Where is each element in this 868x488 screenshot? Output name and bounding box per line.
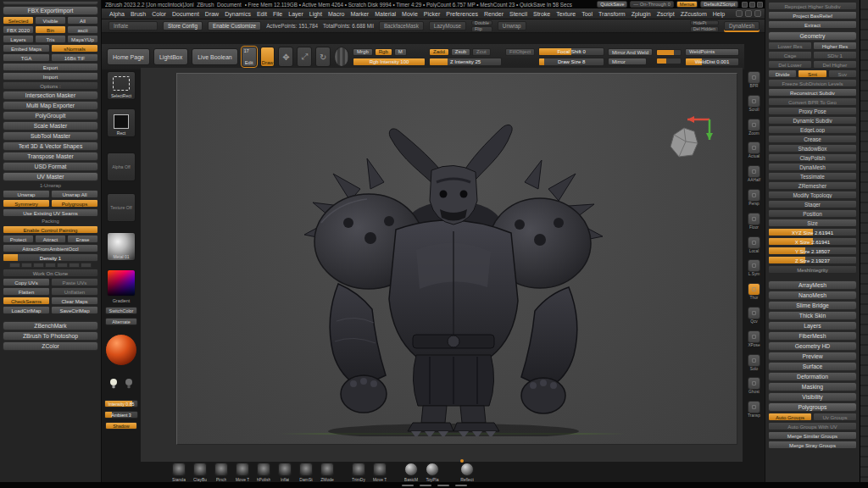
zplugin-button-tga[interactable]: TGA xyxy=(3,53,50,62)
tool-sub-stager[interactable]: Stager xyxy=(768,200,857,208)
zplugin-section-uv-master[interactable]: UV Master xyxy=(3,172,98,181)
zplugin-button-ascii[interactable]: ascii xyxy=(67,25,98,34)
bottom-pinch-brush[interactable]: Pinch xyxy=(212,463,231,482)
color-swatch-icon[interactable] xyxy=(736,10,743,17)
zplugin-button-erase[interactable]: Erase xyxy=(67,235,98,243)
zplugin-section-text-3d-vector-shapes[interactable]: Text 3D & Vector Shapes xyxy=(3,141,98,151)
right-shelf-persp[interactable]: Persp xyxy=(748,189,760,207)
zplugin-section-zbrush-to-photoshop[interactable]: ZBrush To Photoshop xyxy=(3,331,98,341)
scale-button[interactable]: ⤢ xyxy=(297,47,312,67)
draw-size-slider[interactable]: Draw Size 8 xyxy=(538,58,604,66)
density-preset-button[interactable] xyxy=(21,263,32,268)
zplugin-button-work-on-clone[interactable]: Work On Clone xyxy=(3,269,98,277)
bottom-hpolish-brush[interactable]: hPolish xyxy=(254,463,273,482)
menu-marker[interactable]: Marker xyxy=(348,10,371,18)
zplugin-button-unwrap[interactable]: Unwrap xyxy=(3,190,50,198)
axis-slider[interactable] xyxy=(656,49,682,56)
orientation-gizmo[interactable] xyxy=(667,111,713,162)
menu-transform[interactable]: Transform xyxy=(596,10,628,18)
tool-button-divide[interactable]: Divide xyxy=(768,69,797,78)
zplugin-section-fbx-exportimport[interactable]: FBX ExportImport xyxy=(3,6,98,15)
current-alpha-selector[interactable]: Alpha Off xyxy=(107,152,136,181)
tool-button-auto-groups[interactable]: Auto Groups xyxy=(768,413,812,421)
zplugin-button-options[interactable]: Options : xyxy=(3,81,98,90)
bottom-inflat-brush[interactable]: Inflat xyxy=(275,463,294,482)
cut-off-section-header[interactable] xyxy=(3,1,98,5)
density-preset-button[interactable] xyxy=(45,263,56,268)
tool-button-lower-res[interactable]: Lower Res xyxy=(768,42,812,50)
m-button[interactable]: M xyxy=(394,48,407,56)
rotate-button[interactable]: ↻ xyxy=(315,47,331,67)
menu-stencil[interactable]: Stencil xyxy=(507,10,530,18)
live-boolean-button[interactable]: Live Boolean xyxy=(192,48,237,65)
tool-sub-edgeloop[interactable]: EdgeLoop xyxy=(768,125,857,134)
ui-config-icon[interactable] xyxy=(754,10,761,17)
tool-button-del-lower[interactable]: Del Lower xyxy=(768,60,812,69)
zplugin-button-protect[interactable]: Protect xyxy=(3,235,34,243)
zplugin-button-copy-uvs[interactable]: Copy UVs xyxy=(3,278,50,286)
zplugin-button-paste-uvs[interactable]: Paste UVs xyxy=(51,278,98,286)
layout-grid-icon[interactable] xyxy=(742,2,748,8)
sculpted-demon-model[interactable] xyxy=(296,121,611,436)
mirror-and-weld-button[interactable]: Mirror And Weld xyxy=(608,48,653,56)
doc-layout-icon[interactable] xyxy=(745,10,752,17)
tool-section-layers[interactable]: Layers xyxy=(768,321,857,330)
geometry-section-header[interactable]: Geometry xyxy=(768,31,857,41)
tool-button-extract[interactable]: Extract xyxy=(768,20,857,29)
menu-help[interactable]: Help xyxy=(710,10,727,18)
light-intensity-slider[interactable]: Intensity 0.85 xyxy=(104,400,138,408)
zplugin-section-intersection-masker[interactable]: Intersection Masker xyxy=(3,91,98,100)
tool-sub-modify-topology[interactable]: Modify Topology xyxy=(768,191,857,199)
tool-section-preview[interactable]: Preview xyxy=(768,352,857,361)
tool-button-auto-groups-with-uv[interactable]: Auto Groups With UV xyxy=(768,422,857,430)
fill-object-button[interactable]: FillObject xyxy=(505,48,535,56)
menu-stroke[interactable]: Stroke xyxy=(531,10,553,18)
flip-button[interactable]: Flip xyxy=(471,26,492,32)
tool-sub-crease[interactable]: Crease xyxy=(768,135,857,143)
screen-split-icon[interactable] xyxy=(749,2,755,8)
axis-slider[interactable] xyxy=(656,58,682,64)
zplugin-button-checkseams[interactable]: CheckSeams xyxy=(3,297,50,305)
zplugin-button-use-existing-uv-seams[interactable]: Use Existing UV Seams xyxy=(3,208,98,217)
zsub-button[interactable]: Zsub xyxy=(451,48,470,56)
current-brush-selector[interactable]: SelectRect xyxy=(107,71,136,100)
tool-button-merge-similar-groups[interactable]: Merge Similar Groups xyxy=(768,431,857,440)
menu-render[interactable]: Render xyxy=(481,10,506,18)
zplugin-section-usd-format[interactable]: USD Format xyxy=(3,162,98,171)
zplugin-button-snormals[interactable]: sNormals xyxy=(51,44,98,53)
tool-button-suv[interactable]: Suv xyxy=(828,69,857,78)
bottom-zmode-brush[interactable]: ZMode xyxy=(318,463,337,482)
bottom-reflect-material[interactable]: Reflect xyxy=(458,463,476,482)
zplugin-section-zbenchmark[interactable]: ZBenchMark xyxy=(3,321,98,330)
menu-picker[interactable]: Picker xyxy=(421,10,442,18)
menu-dynamics[interactable]: Dynamics xyxy=(222,10,253,18)
backface-mask-button[interactable]: BackfaceMask xyxy=(379,21,424,30)
tool-button-smt[interactable]: Smt xyxy=(798,69,826,78)
menu-color[interactable]: Color xyxy=(149,10,169,18)
zplugin-button-polygroups[interactable]: Polygroups xyxy=(51,199,98,208)
tool-sub-zremesher[interactable]: ZRemesher xyxy=(768,181,857,190)
color-picker[interactable] xyxy=(107,269,136,297)
tool-sub-tessimate[interactable]: Tessimate xyxy=(768,172,857,180)
dynamesh-button[interactable]: DynaMesh xyxy=(724,21,760,30)
del-hidden-button[interactable]: Del Hidden xyxy=(690,26,719,32)
menu-light[interactable]: Light xyxy=(307,10,325,18)
zplugin-section-transpose-master[interactable]: Transpose Master xyxy=(3,152,98,161)
right-shelf-aahalf[interactable]: AAHalf xyxy=(748,165,760,183)
bottom-toypla-material[interactable]: ToyPla xyxy=(423,463,442,482)
tool-sub-proxy-pose[interactable]: Proxy Pose xyxy=(768,107,857,115)
zplugin-button-mayayup[interactable]: MayaYUp xyxy=(67,35,98,43)
zplugin-section-scale-master[interactable]: Scale Master xyxy=(3,121,98,130)
home-page-button[interactable]: Home Page xyxy=(107,48,150,65)
menu-edit[interactable]: Edit xyxy=(254,10,270,18)
sculpting-viewport[interactable] xyxy=(176,73,737,445)
menu-movie[interactable]: Movie xyxy=(399,10,420,18)
menu-zzcustom[interactable]: ZZcustom xyxy=(678,10,709,18)
tool-section-arraymesh[interactable]: ArrayMesh xyxy=(768,280,857,290)
right-shelf-zoom[interactable]: Zoom xyxy=(748,119,760,136)
zplugin-section-polygroupit[interactable]: PolyGroupIt xyxy=(3,111,98,120)
current-stroke-selector[interactable]: Rect xyxy=(107,108,136,137)
ambient-slider[interactable]: Ambient 3 xyxy=(104,411,138,419)
zplugin-button-all[interactable]: All xyxy=(67,16,98,25)
tool-section-visibility[interactable]: Visibility xyxy=(768,392,857,402)
